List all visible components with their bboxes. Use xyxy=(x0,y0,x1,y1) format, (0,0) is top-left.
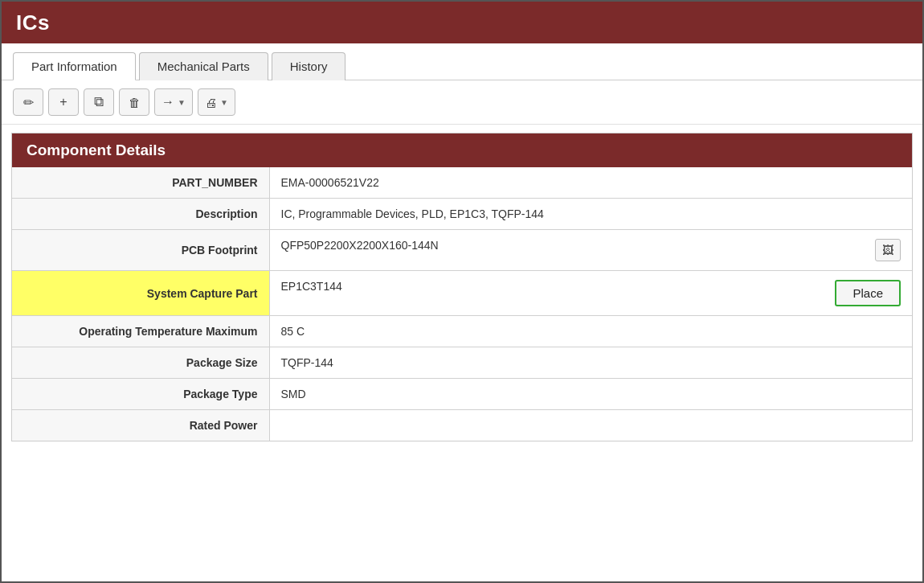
toolbar: ✏ + ⧉ 🗑 → ▼ 🖨 ▼ xyxy=(2,80,922,125)
description-label: Description xyxy=(12,199,269,230)
system-capture-part-value: EP1C3T144 Place xyxy=(269,271,912,316)
printer-icon: 🖨 xyxy=(205,96,217,109)
table-row: Operating Temperature Maximum 85 C xyxy=(12,316,912,347)
operating-temp-max-value: 85 C xyxy=(269,316,912,347)
tab-part-information[interactable]: Part Information xyxy=(13,52,136,80)
rated-power-label: Rated Power xyxy=(12,410,269,441)
system-capture-part-label: System Capture Part xyxy=(12,271,269,316)
table-row: PART_NUMBER EMA-00006521V22 xyxy=(12,167,912,199)
operating-temp-max-label: Operating Temperature Maximum xyxy=(12,316,269,347)
app-container: ICs Part Information Mechanical Parts Hi… xyxy=(0,0,924,583)
package-type-value: SMD xyxy=(269,379,912,410)
table-row: Package Type SMD xyxy=(12,379,912,410)
app-header: ICs xyxy=(2,2,922,43)
copy-button[interactable]: ⧉ xyxy=(84,88,114,116)
trash-icon: 🗑 xyxy=(129,96,141,109)
main-content: Component Details PART_NUMBER EMA-000065… xyxy=(2,125,922,581)
export-dropdown-arrow: ▼ xyxy=(220,98,228,107)
table-row: Description IC, Programmable Devices, PL… xyxy=(12,199,912,230)
rated-power-value xyxy=(269,410,912,441)
move-button[interactable]: → ▼ xyxy=(154,88,193,116)
arrow-right-icon: → xyxy=(161,95,174,109)
table-row: PCB Footprint QFP50P2200X2200X160-144N 🖼 xyxy=(12,230,912,271)
package-size-value: TQFP-144 xyxy=(269,347,912,379)
app-title: ICs xyxy=(16,10,50,35)
part-number-value: EMA-00006521V22 xyxy=(269,167,912,199)
footprint-image-button[interactable]: 🖼 xyxy=(875,239,901,261)
table-row: System Capture Part EP1C3T144 Place xyxy=(12,271,912,316)
pencil-icon: ✏ xyxy=(23,95,34,110)
move-dropdown-arrow: ▼ xyxy=(178,98,186,107)
export-button[interactable]: 🖨 ▼ xyxy=(198,88,235,116)
tab-mechanical-parts[interactable]: Mechanical Parts xyxy=(139,52,268,80)
plus-icon: + xyxy=(59,95,67,109)
image-icon: 🖼 xyxy=(882,244,893,257)
copy-icon: ⧉ xyxy=(94,94,104,110)
pcb-footprint-value: QFP50P2200X2200X160-144N 🖼 xyxy=(269,230,912,271)
delete-button[interactable]: 🗑 xyxy=(119,88,149,116)
component-details-section: Component Details PART_NUMBER EMA-000065… xyxy=(11,133,913,441)
table-row: Package Size TQFP-144 xyxy=(12,347,912,379)
part-number-label: PART_NUMBER xyxy=(12,167,269,199)
tabs-area: Part Information Mechanical Parts Histor… xyxy=(2,43,922,80)
add-button[interactable]: + xyxy=(48,88,79,116)
place-button[interactable]: Place xyxy=(835,280,901,306)
pcb-footprint-label: PCB Footprint xyxy=(12,230,269,271)
table-row: Rated Power xyxy=(12,410,912,441)
package-type-label: Package Type xyxy=(12,379,269,410)
package-size-label: Package Size xyxy=(12,347,269,379)
edit-button[interactable]: ✏ xyxy=(13,88,43,116)
tab-history[interactable]: History xyxy=(272,52,346,80)
component-details-header: Component Details xyxy=(12,133,912,167)
description-value: IC, Programmable Devices, PLD, EP1C3, TQ… xyxy=(269,199,912,230)
details-table: PART_NUMBER EMA-00006521V22 Description … xyxy=(12,167,912,441)
